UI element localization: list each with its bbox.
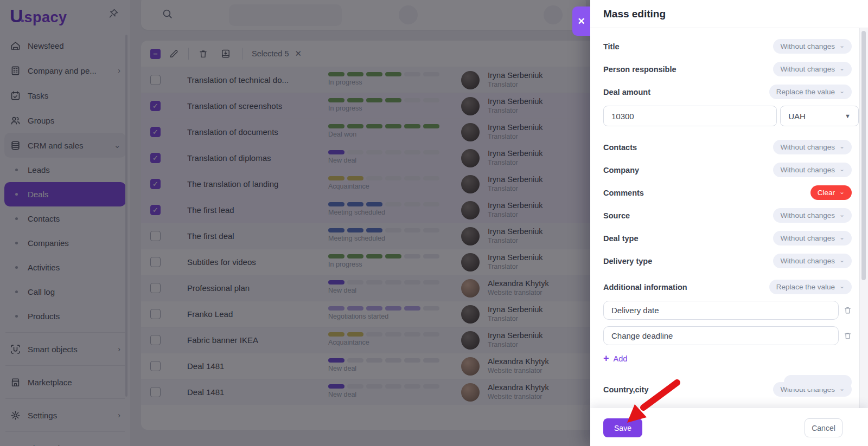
field-action-dropdown[interactable]: Without changes⌄ bbox=[773, 62, 852, 76]
additional-info-row bbox=[590, 301, 859, 320]
chevron-down-icon: ⌄ bbox=[839, 256, 845, 264]
close-panel-button[interactable]: ✕ bbox=[572, 7, 590, 36]
panel-body: TitleWithout changes⌄Person responsibleW… bbox=[590, 28, 859, 408]
field-label: Comments bbox=[603, 189, 644, 197]
chevron-down-icon: ⌄ bbox=[839, 165, 845, 173]
field-action-dropdown[interactable]: Without changes⌄ bbox=[773, 231, 852, 245]
field-label: Company bbox=[603, 166, 639, 174]
field-row-contacts: ContactsWithout changes⌄ bbox=[590, 140, 859, 154]
field-row-delivery-type: Delivery typeWithout changes⌄ bbox=[590, 254, 859, 268]
deal-amount-input[interactable] bbox=[603, 106, 777, 126]
field-action-dropdown[interactable]: Without changes⌄ bbox=[773, 254, 852, 268]
field-action-label: Replace the value bbox=[776, 88, 835, 96]
field-action-dropdown[interactable]: Replace the value⌄ bbox=[769, 85, 852, 99]
currency-value: UAH bbox=[788, 112, 806, 121]
field-row-deal-type: Deal typeWithout changes⌄ bbox=[590, 231, 859, 245]
plus-icon: + bbox=[603, 353, 609, 364]
cancel-button[interactable]: Cancel bbox=[805, 418, 843, 437]
close-icon: ✕ bbox=[577, 16, 585, 27]
field-action-label: Replace the value bbox=[776, 283, 835, 291]
field-label: Title bbox=[603, 42, 620, 51]
field-row-deal-amount: Deal amountReplace the value⌄ bbox=[590, 85, 859, 99]
field-action-label: Clear bbox=[818, 189, 835, 197]
chevron-down-icon: ⌄ bbox=[839, 64, 845, 72]
field-action-dropdown[interactable]: Without changes⌄ bbox=[773, 163, 852, 177]
additional-info-input[interactable] bbox=[603, 326, 839, 345]
field-action-label: Without changes bbox=[780, 143, 835, 151]
field-label: Contacts bbox=[603, 143, 637, 152]
field-action-label: Without changes bbox=[780, 234, 835, 242]
field-label: Person responsible bbox=[603, 65, 676, 74]
field-action-dropdown[interactable]: Replace the value⌄ bbox=[769, 280, 852, 294]
field-row-person-responsible: Person responsibleWithout changes⌄ bbox=[590, 62, 859, 76]
chevron-down-icon: ⌄ bbox=[839, 234, 845, 241]
chevron-down-icon: ⌄ bbox=[839, 143, 845, 150]
add-label: Add bbox=[614, 354, 628, 363]
panel-scrollbar-track[interactable] bbox=[859, 28, 868, 446]
field-action-dropdown[interactable]: Without changes⌄ bbox=[773, 140, 852, 154]
add-field-button[interactable]: +Add bbox=[603, 352, 859, 366]
panel-scrollbar-thumb[interactable] bbox=[861, 31, 866, 280]
additional-info-input[interactable] bbox=[603, 301, 839, 320]
additional-info-row bbox=[590, 326, 859, 345]
field-label: Source bbox=[603, 211, 630, 220]
field-label: Deal amount bbox=[603, 88, 650, 96]
field-row-additional-information: Additional informationReplace the value⌄ bbox=[590, 280, 859, 294]
trash-icon[interactable] bbox=[843, 331, 852, 340]
field-action-dropdown[interactable]: Without changes⌄ bbox=[773, 39, 852, 54]
clipped-next-field-pill bbox=[784, 375, 852, 389]
chevron-down-icon: ⌄ bbox=[839, 282, 845, 290]
field-row-source: SourceWithout changes⌄ bbox=[590, 208, 859, 223]
field-action-label: Without changes bbox=[780, 166, 835, 174]
field-action-label: Without changes bbox=[780, 65, 835, 73]
field-action-dropdown[interactable]: Without changes⌄ bbox=[773, 208, 852, 223]
field-action-label: Without changes bbox=[780, 257, 835, 265]
modal-dim-overlay bbox=[0, 0, 590, 446]
panel-title: Mass editing bbox=[590, 0, 868, 28]
chevron-down-icon: ⌄ bbox=[839, 188, 845, 196]
field-row-company: CompanyWithout changes⌄ bbox=[590, 163, 859, 177]
field-label: Deal type bbox=[603, 234, 638, 243]
caret-down-icon: ▼ bbox=[845, 113, 851, 119]
field-action-dropdown[interactable]: Clear⌄ bbox=[810, 185, 852, 200]
chevron-down-icon: ⌄ bbox=[839, 87, 845, 95]
red-annotation-arrow bbox=[623, 379, 687, 429]
app-root: Uspacy NewsfeedCompany and pe...›TasksGr… bbox=[0, 0, 868, 446]
field-row-comments: CommentsClear⌄ bbox=[590, 185, 859, 200]
field-action-label: Without changes bbox=[780, 42, 835, 50]
chevron-down-icon: ⌄ bbox=[839, 211, 845, 218]
currency-select[interactable]: UAH▼ bbox=[780, 106, 859, 126]
field-action-label: Without changes bbox=[780, 211, 835, 219]
field-label: Delivery type bbox=[603, 257, 652, 266]
field-row-title: TitleWithout changes⌄ bbox=[590, 39, 859, 54]
chevron-down-icon: ⌄ bbox=[839, 42, 845, 49]
trash-icon[interactable] bbox=[843, 306, 852, 315]
field-label: Additional information bbox=[603, 283, 687, 292]
deal-amount-row: UAH▼ bbox=[590, 106, 859, 126]
